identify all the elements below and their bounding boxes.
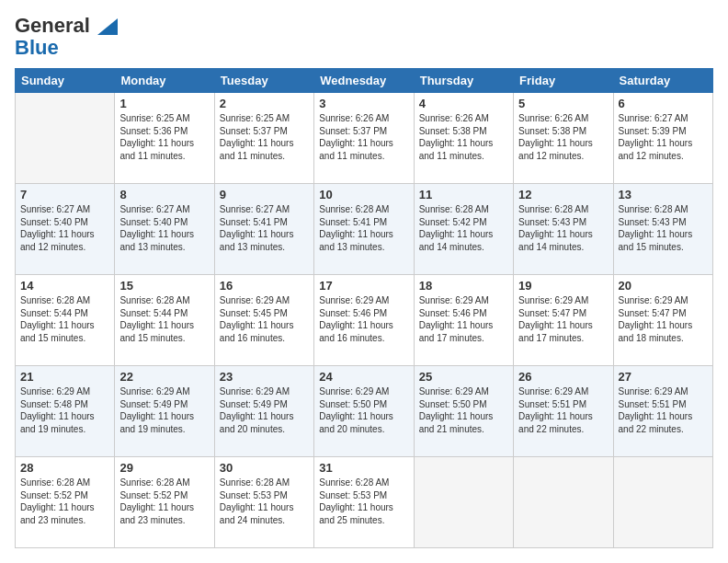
weekday-header-sunday: Sunday [16, 69, 115, 93]
day-number: 25 [419, 370, 508, 384]
day-info: Sunrise: 6:29 AM Sunset: 5:51 PM Dayligh… [619, 385, 708, 435]
day-number: 14 [20, 279, 109, 293]
day-info: Sunrise: 6:29 AM Sunset: 5:46 PM Dayligh… [319, 294, 408, 344]
day-info: Sunrise: 6:27 AM Sunset: 5:41 PM Dayligh… [220, 203, 309, 253]
day-info: Sunrise: 6:29 AM Sunset: 5:51 PM Dayligh… [518, 385, 608, 435]
day-info: Sunrise: 6:28 AM Sunset: 5:41 PM Dayligh… [319, 203, 408, 253]
day-info: Sunrise: 6:28 AM Sunset: 5:53 PM Dayligh… [319, 477, 408, 526]
week-row-2: 7Sunrise: 6:27 AM Sunset: 5:40 PM Daylig… [16, 184, 713, 275]
weekday-header-thursday: Thursday [414, 69, 513, 93]
calendar-cell: 22Sunrise: 6:29 AM Sunset: 5:49 PM Dayli… [115, 366, 214, 457]
weekday-header-friday: Friday [514, 69, 613, 93]
week-row-4: 21Sunrise: 6:29 AM Sunset: 5:48 PM Dayli… [16, 366, 713, 457]
day-info: Sunrise: 6:29 AM Sunset: 5:47 PM Dayligh… [619, 294, 708, 344]
calendar-cell [514, 457, 613, 548]
calendar-cell: 6Sunrise: 6:27 AM Sunset: 5:39 PM Daylig… [613, 93, 712, 184]
day-number: 31 [319, 461, 408, 475]
day-info: Sunrise: 6:29 AM Sunset: 5:50 PM Dayligh… [319, 385, 408, 435]
day-number: 4 [419, 97, 508, 110]
day-number: 17 [319, 279, 408, 293]
calendar-cell: 1Sunrise: 6:25 AM Sunset: 5:36 PM Daylig… [115, 93, 214, 184]
calendar-cell: 10Sunrise: 6:28 AM Sunset: 5:41 PM Dayli… [314, 184, 414, 275]
day-number: 15 [119, 279, 209, 293]
day-number: 1 [119, 97, 209, 110]
day-info: Sunrise: 6:29 AM Sunset: 5:50 PM Dayligh… [419, 385, 508, 435]
day-number: 21 [20, 370, 109, 384]
day-info: Sunrise: 6:29 AM Sunset: 5:46 PM Dayligh… [419, 294, 508, 344]
calendar-cell [16, 93, 115, 184]
day-info: Sunrise: 6:27 AM Sunset: 5:39 PM Dayligh… [619, 112, 708, 162]
calendar-cell: 4Sunrise: 6:26 AM Sunset: 5:38 PM Daylig… [414, 93, 513, 184]
calendar-cell: 31Sunrise: 6:28 AM Sunset: 5:53 PM Dayli… [314, 457, 414, 548]
day-number: 10 [319, 188, 408, 201]
day-info: Sunrise: 6:29 AM Sunset: 5:49 PM Dayligh… [119, 385, 209, 435]
week-row-1: 1Sunrise: 6:25 AM Sunset: 5:36 PM Daylig… [16, 93, 713, 184]
calendar-cell: 21Sunrise: 6:29 AM Sunset: 5:48 PM Dayli… [16, 366, 115, 457]
calendar-cell [613, 457, 712, 548]
weekday-header-tuesday: Tuesday [214, 69, 313, 93]
day-info: Sunrise: 6:29 AM Sunset: 5:48 PM Dayligh… [20, 385, 109, 435]
calendar-cell: 20Sunrise: 6:29 AM Sunset: 5:47 PM Dayli… [613, 275, 712, 366]
calendar-cell: 23Sunrise: 6:29 AM Sunset: 5:49 PM Dayli… [214, 366, 313, 457]
day-number: 22 [119, 370, 209, 384]
weekday-header-monday: Monday [115, 69, 214, 93]
day-number: 9 [220, 188, 309, 201]
logo-icon [97, 18, 118, 35]
svg-marker-0 [97, 18, 118, 35]
weekday-header-saturday: Saturday [613, 69, 712, 93]
day-number: 12 [518, 188, 608, 201]
day-number: 26 [518, 370, 608, 384]
day-number: 16 [220, 279, 309, 293]
logo: General Blue [15, 15, 118, 59]
calendar-cell: 18Sunrise: 6:29 AM Sunset: 5:46 PM Dayli… [414, 275, 513, 366]
day-number: 6 [619, 97, 708, 110]
day-info: Sunrise: 6:28 AM Sunset: 5:52 PM Dayligh… [119, 477, 209, 526]
week-row-3: 14Sunrise: 6:28 AM Sunset: 5:44 PM Dayli… [16, 275, 713, 366]
day-info: Sunrise: 6:26 AM Sunset: 5:38 PM Dayligh… [419, 112, 508, 162]
day-info: Sunrise: 6:27 AM Sunset: 5:40 PM Dayligh… [119, 203, 209, 253]
logo-blue: Blue [15, 37, 118, 59]
day-info: Sunrise: 6:28 AM Sunset: 5:43 PM Dayligh… [619, 203, 708, 253]
day-number: 20 [619, 279, 708, 293]
calendar-cell: 11Sunrise: 6:28 AM Sunset: 5:42 PM Dayli… [414, 184, 513, 275]
day-info: Sunrise: 6:29 AM Sunset: 5:49 PM Dayligh… [220, 385, 309, 435]
day-info: Sunrise: 6:25 AM Sunset: 5:36 PM Dayligh… [119, 112, 209, 162]
day-number: 8 [119, 188, 209, 201]
calendar-cell: 15Sunrise: 6:28 AM Sunset: 5:44 PM Dayli… [115, 275, 214, 366]
day-number: 2 [220, 97, 309, 110]
calendar-cell: 12Sunrise: 6:28 AM Sunset: 5:43 PM Dayli… [514, 184, 613, 275]
page: General Blue SundayMondayTuesdayWednesda… [0, 0, 728, 563]
header: General Blue [15, 15, 713, 59]
day-info: Sunrise: 6:26 AM Sunset: 5:38 PM Dayligh… [518, 112, 608, 162]
day-info: Sunrise: 6:29 AM Sunset: 5:45 PM Dayligh… [220, 294, 309, 344]
day-info: Sunrise: 6:28 AM Sunset: 5:44 PM Dayligh… [20, 294, 109, 344]
calendar-cell: 3Sunrise: 6:26 AM Sunset: 5:37 PM Daylig… [314, 93, 414, 184]
day-info: Sunrise: 6:28 AM Sunset: 5:44 PM Dayligh… [119, 294, 209, 344]
logo-general: General [15, 14, 90, 37]
day-info: Sunrise: 6:26 AM Sunset: 5:37 PM Dayligh… [319, 112, 408, 162]
day-number: 27 [619, 370, 708, 384]
calendar-cell: 9Sunrise: 6:27 AM Sunset: 5:41 PM Daylig… [214, 184, 313, 275]
calendar-cell: 29Sunrise: 6:28 AM Sunset: 5:52 PM Dayli… [115, 457, 214, 548]
calendar-cell [414, 457, 513, 548]
calendar-cell: 5Sunrise: 6:26 AM Sunset: 5:38 PM Daylig… [514, 93, 613, 184]
calendar-cell: 25Sunrise: 6:29 AM Sunset: 5:50 PM Dayli… [414, 366, 513, 457]
day-info: Sunrise: 6:28 AM Sunset: 5:42 PM Dayligh… [419, 203, 508, 253]
calendar-cell: 16Sunrise: 6:29 AM Sunset: 5:45 PM Dayli… [214, 275, 313, 366]
calendar-cell: 13Sunrise: 6:28 AM Sunset: 5:43 PM Dayli… [613, 184, 712, 275]
calendar-cell: 8Sunrise: 6:27 AM Sunset: 5:40 PM Daylig… [115, 184, 214, 275]
day-info: Sunrise: 6:28 AM Sunset: 5:43 PM Dayligh… [518, 203, 608, 253]
day-info: Sunrise: 6:27 AM Sunset: 5:40 PM Dayligh… [20, 203, 109, 253]
week-row-5: 28Sunrise: 6:28 AM Sunset: 5:52 PM Dayli… [16, 457, 713, 548]
calendar-cell: 27Sunrise: 6:29 AM Sunset: 5:51 PM Dayli… [613, 366, 712, 457]
day-number: 11 [419, 188, 508, 201]
day-info: Sunrise: 6:25 AM Sunset: 5:37 PM Dayligh… [220, 112, 309, 162]
day-number: 19 [518, 279, 608, 293]
calendar-cell: 30Sunrise: 6:28 AM Sunset: 5:53 PM Dayli… [214, 457, 313, 548]
day-number: 29 [119, 461, 209, 475]
day-number: 13 [619, 188, 708, 201]
calendar-cell: 19Sunrise: 6:29 AM Sunset: 5:47 PM Dayli… [514, 275, 613, 366]
weekday-header-wednesday: Wednesday [314, 69, 414, 93]
day-number: 30 [220, 461, 309, 475]
calendar-cell: 7Sunrise: 6:27 AM Sunset: 5:40 PM Daylig… [16, 184, 115, 275]
